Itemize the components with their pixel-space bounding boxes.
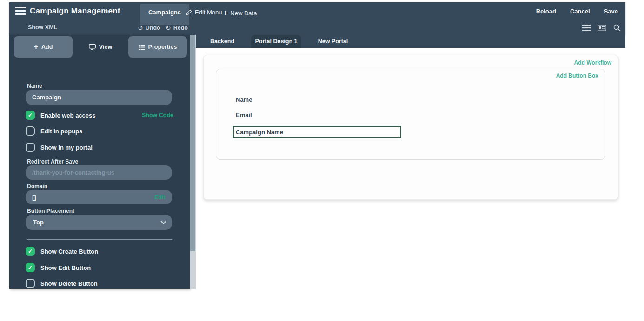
- tab-view[interactable]: View: [75, 36, 126, 58]
- checkbox-label: Show Edit Button: [40, 264, 91, 271]
- name-input[interactable]: [26, 90, 172, 105]
- checkbox-unchecked-icon[interactable]: [26, 126, 35, 136]
- checkbox-label: Enable web access: [40, 112, 96, 119]
- header-bar: Campaign Management Campaigns Edit Menu …: [9, 2, 625, 35]
- form-name-label: Name: [236, 96, 252, 103]
- checkbox-row-enable-web-access[interactable]: ✓ Enable web access Show Code: [26, 111, 173, 120]
- app-title: Campaign Management: [30, 7, 120, 16]
- domain-field[interactable]: [] Edit: [26, 190, 172, 204]
- cancel-button[interactable]: Cancel: [570, 8, 590, 15]
- checkbox-row-show-delete-button[interactable]: Show Delete Button: [26, 279, 173, 288]
- checkbox-unchecked-icon[interactable]: [26, 143, 35, 152]
- checkbox-checked-icon[interactable]: ✓: [26, 111, 35, 120]
- properties-panel: + Add View Properties Name ✓ Enable web …: [9, 35, 190, 289]
- checkbox-checked-icon[interactable]: ✓: [26, 263, 35, 272]
- menu-item-campaigns[interactable]: Campaigns: [140, 4, 189, 25]
- add-button-box-link[interactable]: Add Button Box: [556, 72, 598, 79]
- edit-menu-button[interactable]: Edit Menu: [186, 9, 222, 16]
- button-placement-label: Button Placement: [27, 208, 74, 214]
- redo-label: Redo: [173, 25, 188, 31]
- sidebar-scrollbar-thumb[interactable]: [190, 35, 195, 251]
- checkbox-unchecked-icon[interactable]: [26, 279, 35, 288]
- divider: [27, 239, 172, 240]
- reload-button[interactable]: Reload: [536, 8, 556, 15]
- new-data-button[interactable]: + New Data: [223, 9, 257, 17]
- campaign-name-input[interactable]: [233, 126, 401, 138]
- button-placement-value: Top: [33, 219, 44, 226]
- tab-new-portal-design[interactable]: New Portal Design: [308, 35, 358, 48]
- tab-add-label: Add: [41, 44, 53, 50]
- app-window: Campaign Management Campaigns Edit Menu …: [0, 0, 644, 321]
- pencil-icon: [186, 9, 192, 15]
- show-xml-label: Show XML: [28, 24, 57, 31]
- save-button[interactable]: Save: [604, 8, 618, 15]
- properties-list-icon: [139, 45, 145, 50]
- sidebar-scrollbar-track[interactable]: [190, 35, 196, 289]
- show-xml-button[interactable]: Show XML: [28, 24, 57, 31]
- button-box-card: Add Button Box Name Email: [216, 69, 605, 160]
- form-email-label: Email: [236, 111, 252, 118]
- workflow-card: Add Workflow Add Button Box Name Email: [203, 55, 618, 200]
- domain-label: Domain: [27, 183, 47, 190]
- design-tab-bar: Backend Design Portal Design 1 New Porta…: [196, 35, 625, 48]
- show-code-link[interactable]: Show Code: [142, 112, 173, 118]
- redirect-after-save-input[interactable]: [26, 165, 172, 180]
- tab-backend-design[interactable]: Backend Design: [200, 35, 245, 48]
- name-field-label: Name: [27, 83, 42, 89]
- design-canvas: Add Workflow Add Button Box Name Email: [196, 48, 625, 290]
- checkbox-row-show-in-my-portal[interactable]: Show in my portal: [26, 143, 173, 152]
- undo-icon: ↺: [138, 24, 143, 32]
- button-placement-select[interactable]: Top: [26, 215, 172, 230]
- checkbox-label: Show Delete Button: [40, 280, 98, 287]
- chevron-down-icon: [160, 218, 166, 224]
- plus-icon: +: [223, 9, 227, 17]
- add-workflow-link[interactable]: Add Workflow: [574, 59, 611, 66]
- checkbox-label: Show in my portal: [40, 144, 93, 151]
- checkbox-row-show-create-button[interactable]: ✓ Show Create Button: [26, 247, 173, 256]
- redo-icon: ↻: [166, 24, 171, 32]
- undo-button[interactable]: ↺ Undo: [138, 24, 160, 32]
- checkbox-label: Show Create Button: [40, 248, 98, 255]
- tab-view-label: View: [99, 44, 112, 50]
- domain-value: []: [32, 194, 36, 201]
- tab-properties[interactable]: Properties: [128, 36, 187, 58]
- undo-label: Undo: [146, 25, 160, 31]
- checkbox-label: Edit in popups: [40, 128, 82, 135]
- checkbox-row-show-edit-button[interactable]: ✓ Show Edit Button: [26, 263, 173, 272]
- redo-button[interactable]: ↻ Redo: [166, 24, 188, 32]
- header-actions: Reload Cancel Save: [536, 8, 618, 15]
- checkbox-checked-icon[interactable]: ✓: [26, 247, 35, 256]
- redirect-after-save-label: Redirect After Save: [27, 158, 78, 165]
- tab-portal-design-1[interactable]: Portal Design 1: [251, 35, 301, 48]
- hamburger-menu-icon[interactable]: [15, 7, 26, 15]
- domain-edit-link[interactable]: Edit: [154, 194, 166, 201]
- view-switcher: [582, 24, 621, 32]
- list-view-icon[interactable]: [582, 25, 591, 31]
- monitor-icon: [89, 44, 96, 50]
- search-icon[interactable]: [613, 24, 621, 32]
- plus-icon: +: [34, 43, 38, 51]
- edit-menu-label: Edit Menu: [195, 9, 222, 16]
- card-view-icon[interactable]: [598, 25, 606, 31]
- checkbox-row-edit-in-popups[interactable]: Edit in popups: [26, 126, 173, 136]
- tab-add[interactable]: + Add: [14, 36, 73, 58]
- tab-properties-label: Properties: [148, 44, 177, 50]
- new-data-label: New Data: [230, 10, 257, 17]
